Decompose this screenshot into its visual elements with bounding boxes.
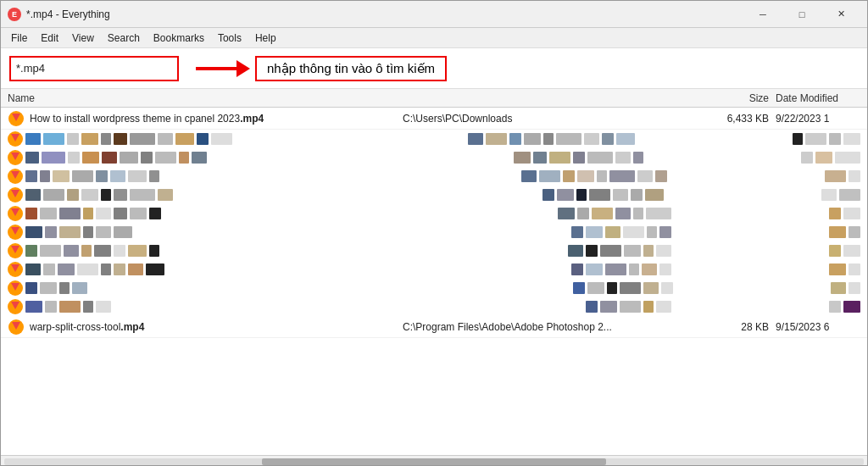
vlc-icon [8,131,23,147]
hscroll-thumb[interactable] [262,458,606,465]
search-bar: nhập thông tin vào ô tìm kiếm [1,48,867,89]
window-title: *.mp4 - Everything [26,8,743,20]
column-headers: Name Size Date Modified [1,89,867,108]
vlc-icon [8,206,23,221]
col-name-header: Name [8,92,389,104]
list-item[interactable] [1,279,867,297]
menu-bar: File Edit View Search Bookmarks Tools He… [1,28,867,48]
vlc-icon [8,262,23,277]
file-name-cell: warp-split-cross-tool.mp4 [30,321,403,333]
file-ext: .mp4 [120,321,144,333]
vlc-icon [8,187,23,202]
vlc-icon [8,299,23,314]
menu-bookmarks[interactable]: Bookmarks [147,31,211,46]
menu-tools[interactable]: Tools [211,31,248,46]
vlc-icon [8,225,23,240]
file-name-cell: How to install wordpress theme in cpanel… [30,113,403,125]
title-bar: E *.mp4 - Everything ─ □ ✕ [1,1,867,28]
annotation-area: nhập thông tin vào ô tìm kiếm [196,56,447,81]
list-item[interactable] [1,297,867,316]
table-row[interactable]: How to install wordpress theme in cpanel… [1,108,867,130]
col-date-header: Date Modified [776,92,860,104]
file-date-cell: 9/22/2023 1 [776,113,860,125]
maximize-button[interactable]: □ [782,1,821,28]
vlc-icon [8,110,25,127]
menu-help[interactable]: Help [248,31,283,46]
file-path-cell: C:\Users\PC\Downloads [403,113,708,125]
file-list[interactable]: How to install wordpress theme in cpanel… [1,108,867,455]
vlc-icon [8,150,23,165]
search-input[interactable] [9,56,179,81]
list-item[interactable] [1,167,867,186]
file-ext: .mp4 [240,113,264,125]
list-item[interactable] [1,148,867,167]
vlc-icon [8,319,25,336]
menu-file[interactable]: File [4,31,34,46]
menu-edit[interactable]: Edit [34,31,65,46]
list-item[interactable] [1,241,867,260]
vlc-icon [8,243,23,258]
list-item[interactable] [1,204,867,223]
app-icon: E [8,8,21,21]
annotation-box: nhập thông tin vào ô tìm kiếm [255,56,447,81]
list-item[interactable] [1,130,867,148]
menu-search[interactable]: Search [101,31,147,46]
file-size-cell: 28 KB [708,321,776,333]
list-item[interactable] [1,223,867,241]
main-area: Name Size Date Modified How to install w… [1,89,867,466]
horizontal-scrollbar[interactable] [1,455,867,466]
file-date-cell: 9/15/2023 6 [776,321,860,333]
vlc-icon [8,280,23,296]
col-size-header: Size [708,92,776,104]
close-button[interactable]: ✕ [821,1,860,28]
hscroll-track[interactable] [4,458,864,465]
file-size-cell: 6,433 KB [708,113,776,125]
minimize-button[interactable]: ─ [743,1,782,28]
window-controls: ─ □ ✕ [743,1,860,28]
list-item[interactable] [1,260,867,279]
menu-view[interactable]: View [65,31,101,46]
file-path-cell: C:\Program Files\Adobe\Adobe Photoshop 2… [403,321,708,333]
table-row[interactable]: warp-split-cross-tool.mp4 C:\Program Fil… [1,316,867,338]
list-item[interactable] [1,186,867,204]
vlc-icon [8,169,23,184]
